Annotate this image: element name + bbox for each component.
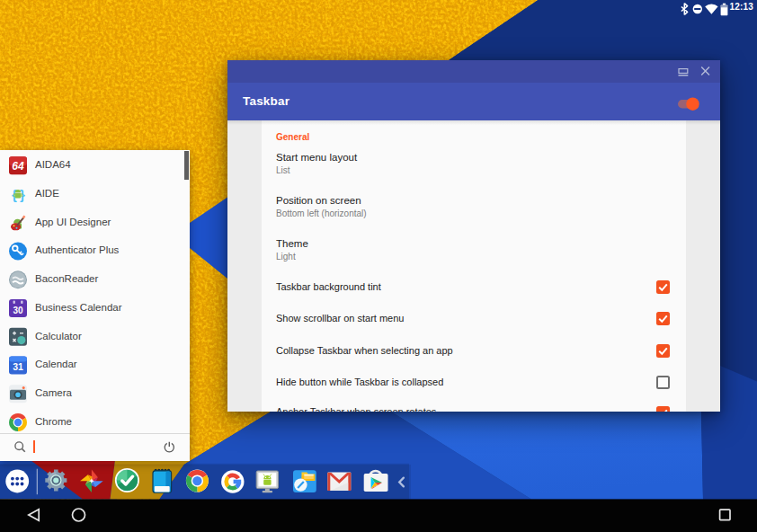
svg-text:30: 30: [13, 306, 23, 315]
svg-text:31: 31: [13, 361, 23, 372]
svg-text:64: 64: [12, 160, 24, 173]
